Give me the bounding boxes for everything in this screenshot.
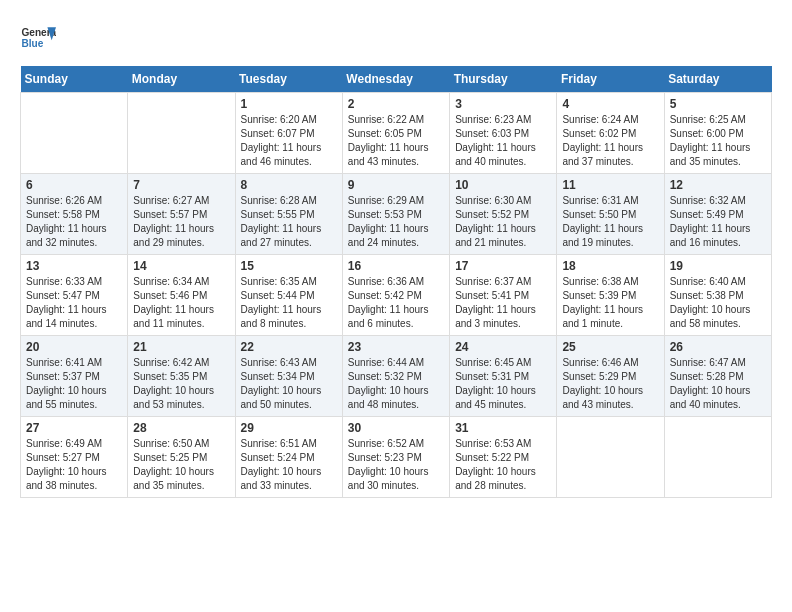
cell-content: Sunrise: 6:53 AM Sunset: 5:22 PM Dayligh… (455, 437, 551, 493)
day-number: 12 (670, 178, 766, 192)
day-number: 26 (670, 340, 766, 354)
logo: General Blue (20, 20, 56, 56)
cell-content: Sunrise: 6:32 AM Sunset: 5:49 PM Dayligh… (670, 194, 766, 250)
column-header-wednesday: Wednesday (342, 66, 449, 93)
cell-content: Sunrise: 6:30 AM Sunset: 5:52 PM Dayligh… (455, 194, 551, 250)
calendar-cell: 9Sunrise: 6:29 AM Sunset: 5:53 PM Daylig… (342, 174, 449, 255)
day-number: 31 (455, 421, 551, 435)
column-header-saturday: Saturday (664, 66, 771, 93)
day-number: 10 (455, 178, 551, 192)
day-number: 5 (670, 97, 766, 111)
day-number: 13 (26, 259, 122, 273)
day-number: 9 (348, 178, 444, 192)
day-number: 2 (348, 97, 444, 111)
cell-content: Sunrise: 6:44 AM Sunset: 5:32 PM Dayligh… (348, 356, 444, 412)
day-number: 17 (455, 259, 551, 273)
column-header-sunday: Sunday (21, 66, 128, 93)
day-number: 24 (455, 340, 551, 354)
cell-content: Sunrise: 6:26 AM Sunset: 5:58 PM Dayligh… (26, 194, 122, 250)
cell-content: Sunrise: 6:24 AM Sunset: 6:02 PM Dayligh… (562, 113, 658, 169)
cell-content: Sunrise: 6:22 AM Sunset: 6:05 PM Dayligh… (348, 113, 444, 169)
calendar-cell: 26Sunrise: 6:47 AM Sunset: 5:28 PM Dayli… (664, 336, 771, 417)
day-number: 27 (26, 421, 122, 435)
header-row: SundayMondayTuesdayWednesdayThursdayFrid… (21, 66, 772, 93)
day-number: 25 (562, 340, 658, 354)
day-number: 16 (348, 259, 444, 273)
calendar-cell: 2Sunrise: 6:22 AM Sunset: 6:05 PM Daylig… (342, 93, 449, 174)
cell-content: Sunrise: 6:47 AM Sunset: 5:28 PM Dayligh… (670, 356, 766, 412)
day-number: 6 (26, 178, 122, 192)
day-number: 22 (241, 340, 337, 354)
day-number: 7 (133, 178, 229, 192)
day-number: 19 (670, 259, 766, 273)
calendar-cell (128, 93, 235, 174)
cell-content: Sunrise: 6:45 AM Sunset: 5:31 PM Dayligh… (455, 356, 551, 412)
column-header-thursday: Thursday (450, 66, 557, 93)
week-row-4: 20Sunrise: 6:41 AM Sunset: 5:37 PM Dayli… (21, 336, 772, 417)
cell-content: Sunrise: 6:52 AM Sunset: 5:23 PM Dayligh… (348, 437, 444, 493)
calendar-cell: 16Sunrise: 6:36 AM Sunset: 5:42 PM Dayli… (342, 255, 449, 336)
calendar-cell: 3Sunrise: 6:23 AM Sunset: 6:03 PM Daylig… (450, 93, 557, 174)
cell-content: Sunrise: 6:29 AM Sunset: 5:53 PM Dayligh… (348, 194, 444, 250)
cell-content: Sunrise: 6:33 AM Sunset: 5:47 PM Dayligh… (26, 275, 122, 331)
day-number: 18 (562, 259, 658, 273)
calendar-cell: 30Sunrise: 6:52 AM Sunset: 5:23 PM Dayli… (342, 417, 449, 498)
cell-content: Sunrise: 6:23 AM Sunset: 6:03 PM Dayligh… (455, 113, 551, 169)
cell-content: Sunrise: 6:27 AM Sunset: 5:57 PM Dayligh… (133, 194, 229, 250)
day-number: 30 (348, 421, 444, 435)
calendar-cell: 24Sunrise: 6:45 AM Sunset: 5:31 PM Dayli… (450, 336, 557, 417)
calendar-cell: 17Sunrise: 6:37 AM Sunset: 5:41 PM Dayli… (450, 255, 557, 336)
day-number: 21 (133, 340, 229, 354)
logo-icon: General Blue (20, 20, 56, 56)
cell-content: Sunrise: 6:46 AM Sunset: 5:29 PM Dayligh… (562, 356, 658, 412)
calendar-cell: 18Sunrise: 6:38 AM Sunset: 5:39 PM Dayli… (557, 255, 664, 336)
calendar-cell: 13Sunrise: 6:33 AM Sunset: 5:47 PM Dayli… (21, 255, 128, 336)
cell-content: Sunrise: 6:40 AM Sunset: 5:38 PM Dayligh… (670, 275, 766, 331)
calendar-cell: 21Sunrise: 6:42 AM Sunset: 5:35 PM Dayli… (128, 336, 235, 417)
cell-content: Sunrise: 6:51 AM Sunset: 5:24 PM Dayligh… (241, 437, 337, 493)
week-row-2: 6Sunrise: 6:26 AM Sunset: 5:58 PM Daylig… (21, 174, 772, 255)
cell-content: Sunrise: 6:38 AM Sunset: 5:39 PM Dayligh… (562, 275, 658, 331)
week-row-3: 13Sunrise: 6:33 AM Sunset: 5:47 PM Dayli… (21, 255, 772, 336)
cell-content: Sunrise: 6:20 AM Sunset: 6:07 PM Dayligh… (241, 113, 337, 169)
cell-content: Sunrise: 6:50 AM Sunset: 5:25 PM Dayligh… (133, 437, 229, 493)
calendar-cell: 23Sunrise: 6:44 AM Sunset: 5:32 PM Dayli… (342, 336, 449, 417)
calendar-cell: 29Sunrise: 6:51 AM Sunset: 5:24 PM Dayli… (235, 417, 342, 498)
day-number: 14 (133, 259, 229, 273)
day-number: 3 (455, 97, 551, 111)
week-row-1: 1Sunrise: 6:20 AM Sunset: 6:07 PM Daylig… (21, 93, 772, 174)
cell-content: Sunrise: 6:34 AM Sunset: 5:46 PM Dayligh… (133, 275, 229, 331)
calendar-cell (664, 417, 771, 498)
calendar-cell: 15Sunrise: 6:35 AM Sunset: 5:44 PM Dayli… (235, 255, 342, 336)
calendar-cell: 5Sunrise: 6:25 AM Sunset: 6:00 PM Daylig… (664, 93, 771, 174)
day-number: 4 (562, 97, 658, 111)
calendar-cell (21, 93, 128, 174)
week-row-5: 27Sunrise: 6:49 AM Sunset: 5:27 PM Dayli… (21, 417, 772, 498)
calendar-cell: 12Sunrise: 6:32 AM Sunset: 5:49 PM Dayli… (664, 174, 771, 255)
day-number: 29 (241, 421, 337, 435)
calendar-cell: 20Sunrise: 6:41 AM Sunset: 5:37 PM Dayli… (21, 336, 128, 417)
cell-content: Sunrise: 6:42 AM Sunset: 5:35 PM Dayligh… (133, 356, 229, 412)
page-header: General Blue (20, 20, 772, 56)
cell-content: Sunrise: 6:49 AM Sunset: 5:27 PM Dayligh… (26, 437, 122, 493)
calendar-cell: 11Sunrise: 6:31 AM Sunset: 5:50 PM Dayli… (557, 174, 664, 255)
cell-content: Sunrise: 6:41 AM Sunset: 5:37 PM Dayligh… (26, 356, 122, 412)
column-header-tuesday: Tuesday (235, 66, 342, 93)
day-number: 1 (241, 97, 337, 111)
cell-content: Sunrise: 6:31 AM Sunset: 5:50 PM Dayligh… (562, 194, 658, 250)
calendar-cell: 1Sunrise: 6:20 AM Sunset: 6:07 PM Daylig… (235, 93, 342, 174)
calendar-cell: 6Sunrise: 6:26 AM Sunset: 5:58 PM Daylig… (21, 174, 128, 255)
column-header-monday: Monday (128, 66, 235, 93)
calendar-cell: 4Sunrise: 6:24 AM Sunset: 6:02 PM Daylig… (557, 93, 664, 174)
calendar-cell: 8Sunrise: 6:28 AM Sunset: 5:55 PM Daylig… (235, 174, 342, 255)
day-number: 8 (241, 178, 337, 192)
cell-content: Sunrise: 6:43 AM Sunset: 5:34 PM Dayligh… (241, 356, 337, 412)
svg-text:Blue: Blue (21, 38, 43, 49)
calendar-cell: 22Sunrise: 6:43 AM Sunset: 5:34 PM Dayli… (235, 336, 342, 417)
calendar-cell: 25Sunrise: 6:46 AM Sunset: 5:29 PM Dayli… (557, 336, 664, 417)
calendar-cell: 14Sunrise: 6:34 AM Sunset: 5:46 PM Dayli… (128, 255, 235, 336)
day-number: 11 (562, 178, 658, 192)
calendar-table: SundayMondayTuesdayWednesdayThursdayFrid… (20, 66, 772, 498)
cell-content: Sunrise: 6:36 AM Sunset: 5:42 PM Dayligh… (348, 275, 444, 331)
calendar-cell: 31Sunrise: 6:53 AM Sunset: 5:22 PM Dayli… (450, 417, 557, 498)
